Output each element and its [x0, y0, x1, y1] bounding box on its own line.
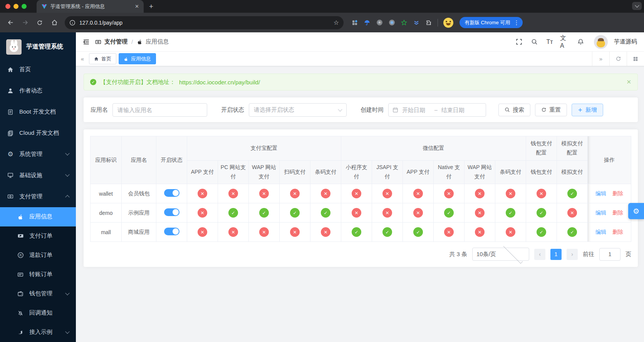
- sidebar-item-refund-orders[interactable]: R 退款订单: [0, 246, 76, 265]
- sidebar-item-demo[interactable]: 接入示例: [0, 323, 76, 342]
- fullscreen-icon[interactable]: [514, 37, 524, 47]
- profile-avatar[interactable]: [443, 18, 453, 28]
- apple-icon: [124, 57, 128, 61]
- new-tab-button[interactable]: +: [144, 0, 159, 13]
- browser-menu-icon[interactable]: ⋮: [512, 19, 520, 26]
- success-alert: ✓ 【支付功能开启】文档地址： https://doc.iocoder.cn/p…: [84, 74, 638, 91]
- sidebar-item-author[interactable]: 作者动态: [0, 80, 76, 101]
- theme-settings-button[interactable]: ⚙: [628, 203, 644, 219]
- col-app-name: 应用名: [122, 136, 156, 184]
- extension-star-icon[interactable]: [401, 19, 408, 26]
- add-button[interactable]: 新增: [572, 104, 603, 116]
- sidebar-item-app-info[interactable]: 应用信息: [0, 207, 76, 226]
- close-icon[interactable]: ✕: [626, 79, 631, 86]
- tab-home[interactable]: 首页: [89, 53, 116, 64]
- home-button[interactable]: [48, 16, 61, 29]
- tags-scroll-right-icon[interactable]: »: [592, 52, 609, 66]
- bell-slash-icon: [17, 310, 24, 316]
- prev-page-button[interactable]: ‹: [534, 249, 545, 260]
- back-button[interactable]: [4, 16, 17, 29]
- extensions-puzzle-icon[interactable]: [425, 19, 432, 26]
- url-text[interactable]: 127.0.0.1/pay/app: [79, 20, 330, 26]
- status-icon: ✕: [475, 227, 485, 237]
- app-name-input[interactable]: [112, 103, 207, 117]
- reset-button[interactable]: 重置: [535, 104, 567, 116]
- maximize-window-button[interactable]: [22, 4, 27, 9]
- language-icon[interactable]: 文A: [560, 37, 570, 47]
- chrome-update-chip[interactable]: 有新版 Chrome 可用 ⋮: [460, 17, 523, 28]
- enable-toggle[interactable]: [164, 208, 179, 216]
- sidebar-item-home[interactable]: 首页: [0, 59, 76, 80]
- edit-link[interactable]: 编辑: [595, 190, 606, 196]
- status-icon: ✕: [382, 189, 392, 198]
- search-icon: [505, 107, 510, 112]
- goto-page-input[interactable]: [599, 248, 621, 261]
- col-status: 开启状态: [156, 136, 187, 184]
- table-row: mall 商城应用 ✕ ✕ ✕ ✕ ✕ ✓ ✓ ✓: [91, 223, 631, 242]
- forward-button[interactable]: [18, 16, 32, 29]
- start-date-input[interactable]: [401, 106, 431, 114]
- monitor-icon: [7, 172, 14, 178]
- site-info-icon[interactable]: [69, 20, 75, 26]
- enable-toggle[interactable]: [164, 189, 179, 197]
- sidebar-item-wallet[interactable]: 钱包管理: [0, 284, 76, 303]
- address-bar[interactable]: 127.0.0.1/pay/app ☆: [65, 16, 344, 29]
- status-label: 开启状态: [221, 106, 244, 114]
- breadcrumb-separator: /: [131, 39, 133, 45]
- sidebar-item-boot-docs[interactable]: Boot 开发文档: [0, 101, 76, 122]
- font-size-icon[interactable]: Tт: [545, 37, 555, 47]
- search-icon[interactable]: [529, 37, 539, 47]
- close-window-button[interactable]: [5, 4, 10, 9]
- status-icon: ✕: [444, 227, 454, 237]
- user-avatar[interactable]: [594, 35, 608, 49]
- search-button[interactable]: 搜索: [498, 104, 530, 116]
- bookmark-star-icon[interactable]: ☆: [334, 19, 339, 26]
- tags-scroll-left-icon[interactable]: «: [76, 55, 89, 62]
- sidebar-item-transfer-orders[interactable]: 转账订单: [0, 265, 76, 284]
- documents-icon: [7, 130, 14, 136]
- bell-icon[interactable]: [575, 37, 585, 47]
- extension-chevrons-icon[interactable]: [413, 19, 420, 26]
- page-1-button[interactable]: 1: [550, 249, 562, 260]
- extension-umbrella-icon[interactable]: [364, 19, 371, 26]
- extension-circle-dot-icon[interactable]: [388, 19, 395, 26]
- edit-link[interactable]: 编辑: [595, 229, 606, 235]
- delete-link[interactable]: 删除: [612, 210, 623, 216]
- sidebar-item-pay-orders[interactable]: 支付订单: [0, 226, 76, 246]
- sidebar-item-payment[interactable]: 支付管理: [0, 186, 76, 207]
- breadcrumb-payment[interactable]: 支付管理: [104, 38, 127, 45]
- status-icon: ✕: [506, 227, 515, 237]
- extension-grid-icon[interactable]: [351, 19, 358, 26]
- delete-link[interactable]: 删除: [612, 229, 623, 235]
- browser-tab[interactable]: 芋道管理系统 - 应用信息 ✕: [37, 0, 144, 13]
- tab-close-icon[interactable]: ✕: [133, 3, 141, 10]
- next-page-button[interactable]: ›: [567, 249, 578, 260]
- date-range-picker[interactable]: –: [388, 103, 486, 117]
- enable-toggle[interactable]: [164, 228, 179, 235]
- delete-link[interactable]: 删除: [612, 190, 623, 196]
- col-wechat-jsapi: JSAPI 支付: [372, 161, 403, 184]
- docs-link[interactable]: https://doc.iocoder.cn/pay/build/: [179, 79, 260, 86]
- chevron-down-icon: [65, 329, 69, 334]
- topbar: 支付管理 / 应用信息 Tт 文A: [76, 32, 644, 52]
- page-size-select[interactable]: 10条/页: [472, 248, 529, 261]
- tab-strip-overflow-button[interactable]: [632, 2, 642, 10]
- extension-circle-asterisk-icon[interactable]: ✳: [376, 19, 383, 26]
- end-date-input[interactable]: [441, 106, 471, 114]
- reload-button[interactable]: [33, 16, 46, 29]
- sidebar-item-callback[interactable]: 回调通知: [0, 303, 76, 323]
- status-select[interactable]: 请选择开启状态: [249, 103, 347, 117]
- sidebar-item-cloud-docs[interactable]: Cloud 开发文档: [0, 122, 76, 144]
- tab-app-info[interactable]: 应用信息: [119, 53, 156, 64]
- status-icon: ✓: [506, 208, 515, 218]
- status-icon: ✓: [290, 208, 300, 218]
- home-icon: [7, 67, 14, 73]
- collapse-menu-icon[interactable]: [83, 39, 90, 45]
- sidebar-item-infra[interactable]: 基础设施: [0, 165, 76, 186]
- status-icon: ✓: [382, 227, 392, 237]
- sidebar-item-system[interactable]: ⚙ 系统管理: [0, 144, 76, 165]
- minimize-window-button[interactable]: [13, 4, 18, 9]
- edit-link[interactable]: 编辑: [595, 210, 606, 216]
- layout-grid-icon[interactable]: [627, 52, 644, 66]
- refresh-page-icon[interactable]: [609, 52, 627, 66]
